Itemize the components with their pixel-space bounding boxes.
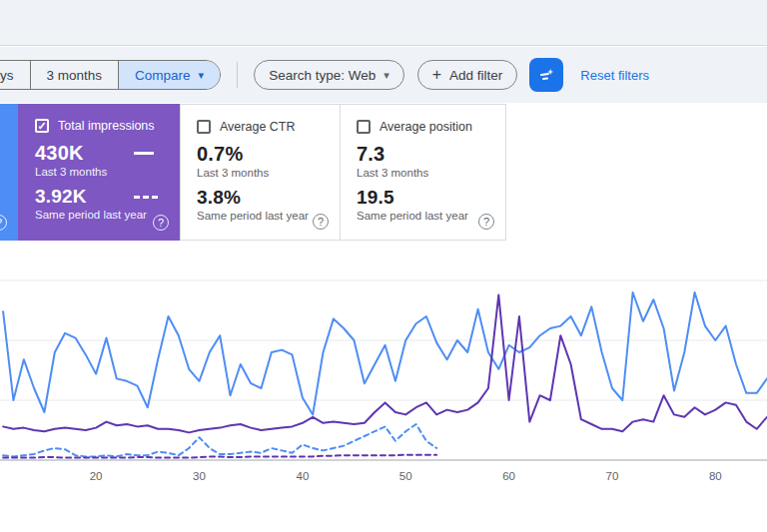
position-current-value: 7.3 (357, 143, 491, 166)
impressions-previous-value: 3.92K (35, 186, 87, 208)
checkbox-unchecked-icon[interactable] (357, 120, 371, 134)
date-range-selector: days 3 months Compare ▾ (0, 60, 221, 90)
reset-filters-link[interactable]: Reset filters (580, 68, 649, 83)
metric-cards-row: ? ✓ Total impressions 430K Last 3 months… (0, 104, 506, 241)
svg-text:80: 80 (709, 470, 722, 482)
total-clicks-card[interactable]: ? (0, 104, 18, 241)
search-type-label: Search type: Web (269, 68, 376, 83)
period-label: Same period last year (197, 210, 326, 222)
period-label: Last 3 months (357, 167, 491, 179)
plus-icon: + (432, 66, 441, 84)
period-label: Same period last year (357, 210, 491, 222)
svg-text:30: 30 (193, 470, 206, 482)
average-ctr-card[interactable]: Average CTR 0.7% Last 3 months 3.8% Same… (180, 104, 341, 241)
add-filter-label: Add filter (449, 68, 502, 83)
card-title: Average position (380, 120, 472, 134)
svg-text:70: 70 (606, 470, 619, 482)
compare-label: Compare (135, 68, 191, 83)
ctr-previous-value: 3.8% (197, 187, 326, 209)
header-strip (0, 0, 767, 46)
checkbox-unchecked-icon[interactable] (197, 120, 211, 134)
period-label: Last 3 months (197, 167, 326, 179)
svg-text:40: 40 (297, 470, 310, 482)
total-impressions-card[interactable]: ✓ Total impressions 430K Last 3 months 3… (18, 104, 180, 241)
period-label: Same period last year (35, 209, 166, 221)
filter-toolbar: days 3 months Compare ▾ Search type: Web… (0, 47, 767, 103)
card-title: Average CTR (220, 120, 296, 134)
solid-line-indicator-icon (134, 152, 154, 155)
period-label: Last 3 months (35, 166, 166, 178)
average-position-card[interactable]: Average position 7.3 Last 3 months 19.5 … (341, 104, 506, 241)
date-range-compare-button[interactable]: Compare ▾ (118, 61, 220, 89)
filter-icon (537, 66, 555, 84)
search-type-dropdown[interactable]: Search type: Web ▾ (254, 60, 404, 90)
impressions-current-value: 430K (35, 142, 84, 165)
svg-text:20: 20 (90, 470, 103, 482)
performance-page: days 3 months Compare ▾ Search type: Web… (0, 0, 767, 532)
check-icon: ✓ (37, 121, 46, 132)
svg-text:50: 50 (399, 470, 412, 482)
performance-chart[interactable]: 20304050607080 (0, 260, 767, 489)
toolbar-divider (237, 62, 238, 88)
dashed-line-indicator-icon (134, 196, 158, 199)
help-icon[interactable]: ? (0, 215, 7, 231)
date-range-3-months-button[interactable]: 3 months (30, 61, 119, 89)
card-title: Total impressions (58, 119, 155, 133)
help-icon[interactable]: ? (153, 215, 169, 231)
ctr-current-value: 0.7% (197, 143, 326, 166)
checkbox-checked-icon[interactable]: ✓ (35, 119, 49, 133)
chevron-down-icon: ▾ (199, 69, 205, 82)
help-icon[interactable]: ? (313, 214, 329, 230)
chevron-down-icon: ▾ (384, 69, 389, 82)
svg-text:60: 60 (502, 470, 515, 482)
help-icon[interactable]: ? (478, 214, 494, 230)
position-previous-value: 19.5 (357, 187, 491, 209)
date-range-days-button[interactable]: days (0, 61, 30, 89)
filter-settings-button[interactable] (529, 58, 563, 92)
add-filter-button[interactable]: + Add filter (417, 60, 518, 90)
